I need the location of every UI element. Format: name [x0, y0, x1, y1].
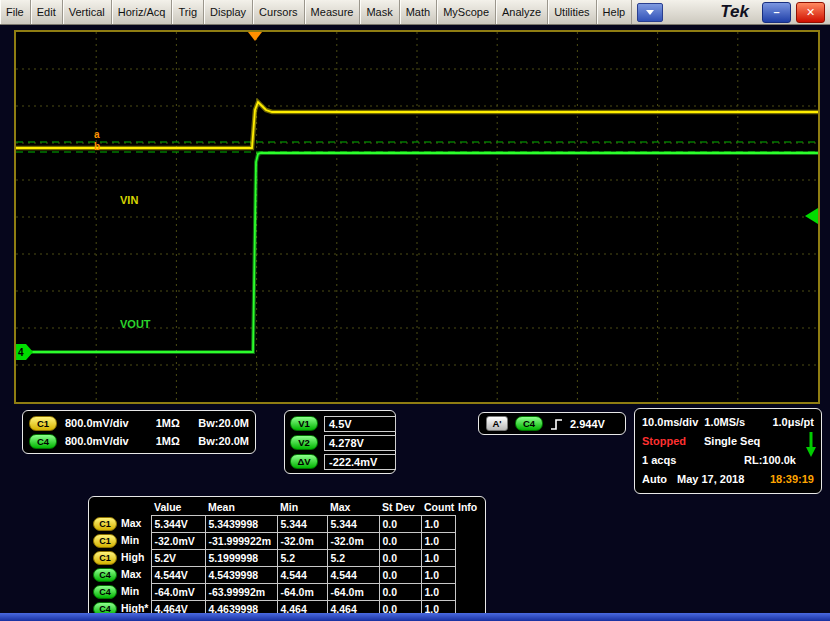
menu-item-measure[interactable]: Measure	[305, 0, 361, 24]
row-stdev: 0.0	[379, 516, 421, 533]
resolution-value: 1.0μs/pt	[772, 416, 814, 428]
header-stdev: St Dev	[379, 499, 421, 516]
row-channel-badge[interactable]: C1	[93, 517, 117, 531]
row-channel-badge[interactable]: C4	[93, 568, 117, 582]
header-info: Info	[455, 499, 483, 516]
cursor-delta-badge: ΔV	[290, 454, 318, 469]
ch1-settings-row[interactable]: C1 800.0mV/div 1MΩ Bw:20.0M	[29, 414, 249, 432]
menu-item-file[interactable]: File	[0, 0, 31, 24]
row-mean: 5.1999998	[205, 550, 277, 567]
row-stdev: 0.0	[379, 533, 421, 550]
trigger-mode: Auto	[642, 473, 667, 485]
menu-item-myscope[interactable]: MyScope	[437, 0, 496, 24]
row-info	[455, 533, 483, 550]
ch4-reference-label: 4	[18, 347, 24, 358]
row-max: 5.344	[327, 516, 379, 533]
cursor-delta-value: -222.4mV	[324, 454, 396, 470]
menu-item-help[interactable]: Help	[597, 0, 633, 24]
cursor-v2-row: V2 4.278V	[290, 433, 390, 452]
vout-label: VOUT	[120, 318, 151, 330]
header-min: Min	[277, 499, 327, 516]
menu-item-display[interactable]: Display	[204, 0, 253, 24]
cursor-marker-a[interactable]: a	[94, 129, 100, 140]
menu-item-mask[interactable]: Mask	[360, 0, 399, 24]
table-row: C4Max 4.544V 4.5439998 4.544 4.544 0.0 1…	[93, 567, 483, 584]
trigger-readout[interactable]: A' C4 2.944V	[478, 412, 626, 435]
menu-bar-items: FileEditVerticalHoriz/AcqTrigDisplayCurs…	[0, 0, 632, 24]
row-value: 5.2V	[151, 550, 205, 567]
waveform-indicator-arrow-icon	[805, 430, 817, 458]
row-channel-badge[interactable]: C4	[93, 585, 117, 599]
acq-count-row: 1 acqs RL:100.0k	[642, 450, 814, 469]
ch4-bandwidth: Bw:20.0M	[198, 435, 249, 447]
row-measurement-label: High	[121, 551, 144, 563]
menu-item-analyze[interactable]: Analyze	[496, 0, 548, 24]
graticule-grid	[16, 32, 818, 402]
menu-dropdown-button[interactable]	[637, 3, 663, 22]
acquisition-mode: Single Seq	[704, 435, 760, 447]
waveform-display[interactable]: VIN VOUT a b 4	[14, 30, 820, 404]
trigger-level-value: 2.944V	[570, 418, 605, 430]
trigger-level-arrow-icon[interactable]	[805, 208, 818, 224]
row-max: 4.544	[327, 567, 379, 584]
row-max: 5.2	[327, 550, 379, 567]
menu-item-horiz-acq[interactable]: Horiz/Acq	[112, 0, 173, 24]
chevron-down-icon	[646, 10, 654, 15]
ch4-badge[interactable]: C4	[29, 434, 57, 449]
menu-item-cursors[interactable]: Cursors	[253, 0, 305, 24]
close-button[interactable]: ✕	[796, 2, 825, 23]
timebase-row: 10.0ms/div 1.0MS/s 1.0μs/pt	[642, 412, 814, 431]
timebase-value: 10.0ms/div	[642, 416, 698, 428]
row-measurement-label: Max	[121, 517, 141, 529]
window-bottom-border	[0, 613, 830, 621]
table-row: C1Max 5.344V 5.3439998 5.344 5.344 0.0 1…	[93, 516, 483, 533]
rising-edge-icon	[550, 417, 563, 431]
table-row: C1High 5.2V 5.1999998 5.2 5.2 0.0 1.0	[93, 550, 483, 567]
acq-count: 1 acqs	[642, 454, 676, 466]
cursor-v1-value: 4.5V	[324, 416, 396, 432]
table-row: C4Min -64.0mV -63.99992m -64.0m -64.0m 0…	[93, 584, 483, 601]
ch1-badge[interactable]: C1	[29, 416, 57, 431]
row-value: 5.344V	[151, 516, 205, 533]
table-header-row: Value Mean Min Max St Dev Count Info	[93, 499, 483, 516]
menu-bar-right: Tek – ✕	[720, 0, 830, 24]
minimize-icon: –	[773, 6, 779, 18]
menu-item-vertical[interactable]: Vertical	[63, 0, 112, 24]
row-count: 1.0	[421, 550, 455, 567]
status-row: Stopped Single Seq	[642, 431, 814, 450]
acquisition-status: Stopped	[642, 435, 704, 447]
date-value: May 17, 2018	[677, 473, 744, 485]
row-value: 4.544V	[151, 567, 205, 584]
row-count: 1.0	[421, 516, 455, 533]
close-icon: ✕	[806, 6, 815, 19]
header-count: Count	[421, 499, 455, 516]
row-mean: -63.99992m	[205, 584, 277, 601]
row-min: 5.2	[277, 550, 327, 567]
row-min: 5.344	[277, 516, 327, 533]
cursor-delta-row: ΔV -222.4mV	[290, 452, 390, 471]
trigger-position-marker-icon[interactable]	[248, 32, 262, 41]
table-row: C1Min -32.0mV -31.999922m -32.0m -32.0m …	[93, 533, 483, 550]
ch1-impedance: 1MΩ	[156, 417, 191, 429]
ch4-settings-row[interactable]: C4 800.0mV/div 1MΩ Bw:20.0M	[29, 432, 249, 450]
row-measurement-label: Min	[121, 585, 139, 597]
minimize-button[interactable]: –	[762, 2, 791, 23]
row-min: -64.0m	[277, 584, 327, 601]
row-channel-badge[interactable]: C1	[93, 534, 117, 548]
row-count: 1.0	[421, 584, 455, 601]
menu-item-trig[interactable]: Trig	[172, 0, 204, 24]
row-mean: 5.3439998	[205, 516, 277, 533]
cursor-marker-b[interactable]: b	[94, 141, 100, 152]
menu-item-math[interactable]: Math	[400, 0, 437, 24]
row-channel-badge[interactable]: C1	[93, 551, 117, 565]
menu-item-utilities[interactable]: Utilities	[548, 0, 596, 24]
row-info	[455, 550, 483, 567]
row-min: 4.544	[277, 567, 327, 584]
menu-item-edit[interactable]: Edit	[31, 0, 63, 24]
row-measurement-label: Max	[121, 568, 141, 580]
header-blank	[93, 499, 151, 516]
header-max: Max	[327, 499, 379, 516]
measurement-grid: Value Mean Min Max St Dev Count Info C1M…	[93, 499, 483, 618]
row-mean: 4.5439998	[205, 567, 277, 584]
row-mean: -31.999922m	[205, 533, 277, 550]
